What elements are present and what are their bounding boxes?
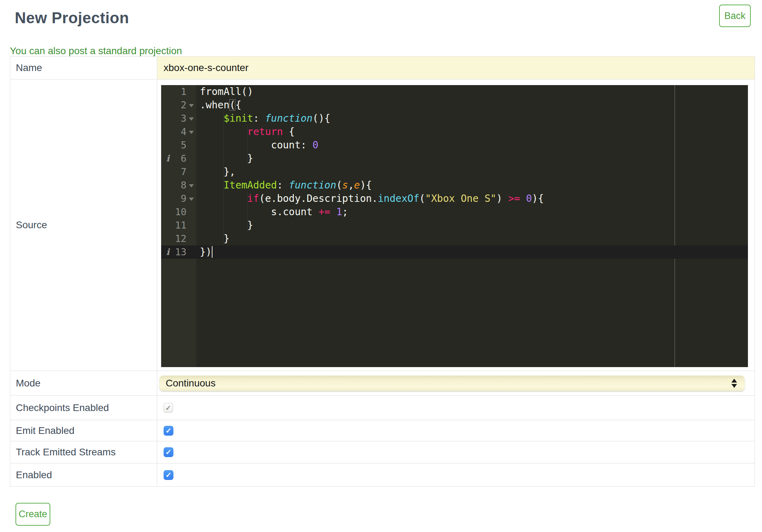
code-token: function	[265, 113, 312, 124]
line-number: 6	[172, 152, 186, 165]
code-line-9[interactable]: if(e.body.Description.indexOf("Xbox One …	[200, 192, 748, 205]
annotation-info-icon: i	[163, 245, 172, 259]
code-token: (	[419, 193, 425, 204]
code-line-12[interactable]: }	[200, 232, 748, 245]
code-token: }	[200, 153, 253, 164]
code-line-13[interactable]: })	[200, 245, 748, 259]
code-token: (){	[312, 113, 330, 124]
code-token: >=	[508, 193, 520, 204]
fold-arrow-icon[interactable]	[186, 192, 196, 205]
select-arrows-icon	[731, 379, 737, 388]
fold-spacer	[186, 232, 196, 245]
code-token: +=	[318, 206, 330, 218]
code-token: ){	[532, 193, 544, 204]
name-row: Name xbox-one-s-counter	[10, 57, 755, 79]
gutter-row: 10	[161, 205, 196, 219]
enabled-checkbox[interactable]: ✓	[164, 470, 173, 480]
standard-projection-link[interactable]: You can also post a standard projection	[10, 46, 762, 56]
fold-arrow-icon[interactable]	[186, 112, 196, 125]
code-token: }	[200, 233, 229, 244]
code-line-3[interactable]: $init: function(){	[200, 112, 748, 125]
mode-select-value: Continuous	[166, 378, 216, 389]
code-token: ;	[342, 206, 348, 218]
code-line-5[interactable]: count: 0	[200, 139, 748, 152]
fold-spacer	[186, 139, 196, 152]
code-token: 0	[312, 139, 318, 151]
editor-code-lines[interactable]: fromAll().when({ $init: function(){ retu…	[196, 85, 748, 367]
code-line-8[interactable]: ItemAdded: function(s,e){	[200, 179, 748, 192]
fold-spacer	[186, 219, 196, 232]
code-token: },	[200, 166, 235, 178]
line-number: 2	[172, 98, 186, 112]
line-number: 11	[172, 219, 186, 232]
gutter-row: 11	[161, 219, 196, 232]
code-line-4[interactable]: return {	[200, 125, 748, 139]
track-row: Track Emitted Streams ✓	[10, 441, 755, 463]
matched-bracket: (	[229, 99, 235, 111]
code-line-11[interactable]: }	[200, 219, 748, 232]
code-line-1[interactable]: fromAll()	[200, 85, 748, 98]
checkmark-icon: ✓	[165, 404, 171, 412]
annotation-info-icon: i	[163, 152, 172, 165]
fold-arrow-icon[interactable]	[186, 98, 196, 112]
code-token: ,	[348, 179, 354, 191]
code-line-10[interactable]: s.count += 1;	[200, 205, 748, 219]
code-token: :	[253, 113, 265, 124]
source-label: Source	[10, 79, 157, 371]
code-token	[200, 113, 223, 124]
emit-enabled-label: Emit Enabled	[10, 420, 157, 441]
gutter-row: 4	[161, 125, 196, 139]
code-token	[200, 193, 247, 204]
code-token: (	[336, 179, 342, 191]
code-line-7[interactable]: },	[200, 165, 748, 179]
gutter-row: 12	[161, 232, 196, 245]
gutter-row: 2	[161, 98, 196, 112]
line-number: 12	[172, 232, 186, 245]
code-token: 0	[526, 193, 532, 204]
checkpoints-enabled-checkbox: ✓	[164, 403, 173, 412]
emit-enabled-checkbox[interactable]: ✓	[164, 426, 173, 436]
code-token	[520, 193, 526, 204]
source-code-editor[interactable]: 12345i6789101112i13 fromAll().when({ $in…	[161, 85, 748, 367]
code-token: s	[342, 179, 348, 191]
code-token: .when	[200, 99, 229, 111]
line-number: 7	[172, 165, 186, 179]
line-number: 3	[172, 112, 186, 125]
mode-select[interactable]: Continuous	[159, 376, 745, 391]
checkmark-icon: ✓	[165, 471, 172, 479]
source-row: Source 12345i6789101112i13 fromAll().whe…	[10, 79, 755, 371]
code-token: (e.body.Description.	[259, 193, 378, 204]
checkpoints-row: Checkpoints Enabled ✓	[10, 395, 755, 420]
fold-arrow-icon[interactable]	[186, 179, 196, 192]
create-button[interactable]: Create	[15, 503, 50, 526]
checkmark-icon: ✓	[165, 427, 172, 435]
code-token: ){	[360, 179, 372, 191]
text-cursor	[212, 246, 212, 258]
code-token: return	[247, 126, 283, 137]
gutter-row: 8	[161, 179, 196, 192]
checkpoints-label: Checkpoints Enabled	[10, 396, 157, 420]
fold-arrow-icon[interactable]	[186, 125, 196, 139]
code-token: indexOf	[378, 193, 419, 204]
editor-gutter-rows: 12345i6789101112i13	[161, 85, 196, 259]
code-token: if	[247, 193, 259, 204]
line-number: 1	[172, 85, 186, 98]
fold-spacer	[186, 152, 196, 165]
code-token: :	[277, 179, 289, 191]
fold-spacer	[186, 205, 196, 219]
name-input[interactable]: xbox-one-s-counter	[157, 57, 755, 79]
gutter-row: 1	[161, 85, 196, 98]
code-line-2[interactable]: .when({	[200, 98, 748, 112]
code-token: {	[283, 126, 295, 137]
code-token: }	[200, 219, 253, 231]
projection-form-table: Name xbox-one-s-counter Source 12345i678…	[10, 56, 755, 487]
gutter-row: 3	[161, 112, 196, 125]
checkmark-icon: ✓	[165, 448, 172, 456]
gutter-row: i13	[161, 245, 196, 259]
track-emitted-streams-checkbox[interactable]: ✓	[164, 447, 173, 457]
code-line-6[interactable]: }	[200, 152, 748, 165]
code-token: ItemAdded	[223, 179, 277, 191]
back-button[interactable]: Back	[719, 5, 751, 27]
name-label: Name	[10, 57, 157, 79]
code-token: count:	[200, 139, 312, 151]
